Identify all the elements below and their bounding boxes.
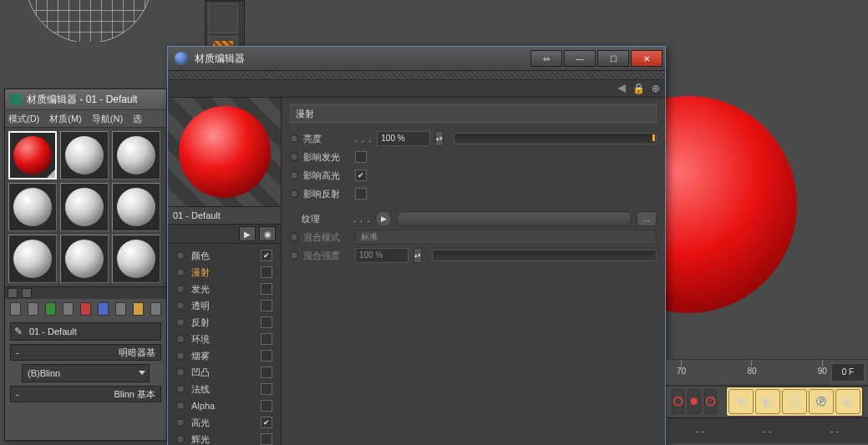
channel-高光[interactable]: 高光	[168, 414, 281, 431]
menu-material[interactable]: 材质(M)	[49, 113, 82, 125]
affect-specular-checkbox[interactable]	[355, 169, 367, 181]
texture-path-field[interactable]	[397, 211, 632, 226]
channel-checkbox[interactable]	[261, 400, 272, 412]
brightness-slider[interactable]	[454, 133, 657, 144]
affect-reflection-checkbox[interactable]	[355, 188, 367, 200]
svg-point-0	[674, 397, 683, 406]
channel-checkbox[interactable]	[261, 350, 272, 362]
material-slot-7[interactable]	[8, 235, 57, 283]
channel-label: 烟雾	[191, 350, 210, 362]
autokey-button[interactable]: ?	[704, 389, 717, 414]
channel-label: 颜色	[191, 250, 210, 262]
channel-环境[interactable]: 环境	[168, 331, 281, 347]
menu-navigate[interactable]: 导航(N)	[92, 113, 123, 125]
material-name-label[interactable]: 01 - Default	[168, 207, 281, 225]
channel-颜色[interactable]: 颜色	[168, 247, 281, 264]
c4d-titlebar[interactable]: 材质编辑器 ⇔ — ☐ ✕	[168, 47, 665, 71]
material-slot-3[interactable]	[112, 131, 160, 180]
nav-right-button[interactable]: ▶	[239, 226, 256, 241]
channel-checkbox[interactable]	[261, 300, 272, 311]
slot-scrollbar[interactable]	[5, 286, 166, 299]
blend-strength-spinner[interactable]: ▴▾	[414, 248, 422, 263]
move-button[interactable]: ✥	[728, 389, 754, 414]
brightness-value[interactable]: 100 %	[377, 131, 430, 146]
grip-handle[interactable]	[168, 71, 665, 80]
rotate-button[interactable]: ◧	[755, 389, 780, 414]
nav-arrow-row: ▶ ◉	[168, 225, 281, 244]
tool-icon[interactable]	[45, 302, 56, 316]
transform-group: ✥ ◧ ◯ Ⓟ ◐	[726, 387, 863, 417]
material-name-input[interactable]	[26, 326, 160, 336]
material-slot-5[interactable]	[60, 183, 109, 231]
material-slot-4[interactable]	[8, 183, 57, 231]
param-button[interactable]: Ⓟ	[809, 389, 834, 414]
channel-漫射[interactable]: 漫射	[168, 264, 281, 281]
blend-mode-dropdown[interactable]: 标准	[355, 230, 657, 245]
texture-picker-button[interactable]: ▶	[375, 210, 392, 227]
affect-luminance-checkbox[interactable]	[355, 151, 367, 163]
window-minimize-button[interactable]: —	[564, 50, 596, 67]
channel-checkbox[interactable]	[261, 383, 272, 395]
scale-button[interactable]: ◯	[782, 389, 807, 414]
blend-strength-value[interactable]: 100 %	[355, 248, 409, 263]
channel-Alpha[interactable]: Alpha	[168, 397, 281, 414]
channel-透明[interactable]: 透明	[168, 297, 281, 314]
channel-发光[interactable]: 发光	[168, 281, 281, 297]
channel-反射[interactable]: 反射	[168, 314, 281, 331]
tool-icon[interactable]	[98, 302, 109, 316]
channel-checkbox[interactable]	[261, 333, 272, 345]
window-help-button[interactable]: ⇔	[530, 50, 562, 67]
channel-烟雾[interactable]: 烟雾	[168, 347, 281, 364]
brightness-spinner[interactable]: ▴▾	[435, 131, 444, 146]
channel-checkbox[interactable]	[261, 433, 272, 445]
channel-checkbox[interactable]	[261, 316, 272, 328]
material-slot-8[interactable]	[60, 235, 109, 283]
material-slot-6[interactable]	[112, 183, 160, 231]
channel-checkbox[interactable]	[261, 250, 272, 261]
lock-icon[interactable]: 🔒	[632, 83, 645, 94]
tool-icon[interactable]	[28, 302, 38, 316]
channel-checkbox[interactable]	[261, 266, 272, 278]
material-name-field[interactable]: ✎	[10, 322, 161, 341]
window-maximize-button[interactable]: ☐	[597, 50, 629, 67]
channel-dot-icon	[176, 435, 185, 443]
tool-icon[interactable]	[133, 302, 144, 316]
timeline-ruler[interactable]: 708090 0 F	[667, 359, 868, 386]
material-slot-2[interactable]	[60, 131, 109, 180]
blend-strength-slider[interactable]	[432, 250, 657, 261]
material-preview-ball	[117, 240, 155, 278]
channel-checkbox[interactable]	[261, 367, 272, 378]
texture-browse-button[interactable]: ...	[637, 211, 657, 226]
material-slot-1[interactable]	[8, 131, 57, 180]
tool-icon[interactable]	[63, 302, 74, 316]
status-a: - -	[667, 426, 733, 436]
shader-section-header[interactable]: -明暗器基	[10, 344, 161, 361]
toolbar-slot[interactable]	[208, 3, 238, 33]
tool-icon[interactable]	[10, 302, 21, 316]
channel-凹凸[interactable]: 凹凸	[168, 364, 281, 381]
key-button[interactable]	[688, 389, 700, 414]
anim-button[interactable]: ◐	[835, 389, 860, 414]
tool-icon[interactable]	[150, 302, 161, 316]
tool-icon[interactable]	[115, 302, 126, 316]
menu-mode[interactable]: 模式(D)	[8, 113, 39, 125]
material-preview[interactable]	[168, 98, 281, 207]
new-tab-icon[interactable]: ⊕	[652, 83, 660, 94]
material-preview-ball	[65, 136, 104, 174]
tool-icon-delete[interactable]	[80, 302, 91, 316]
shader-dropdown[interactable]: (B)Blinn	[22, 364, 150, 382]
channel-法线[interactable]: 法线	[168, 381, 281, 397]
max-window-titlebar[interactable]: 材质编辑器 - 01 - Default	[5, 89, 166, 110]
c4d-window-title: 材质编辑器	[195, 52, 530, 66]
material-slot-9[interactable]	[112, 235, 160, 283]
nav-target-button[interactable]: ◉	[259, 226, 276, 241]
channel-checkbox[interactable]	[261, 283, 272, 295]
channel-辉光[interactable]: 辉光	[168, 431, 281, 445]
menu-select[interactable]: 选	[133, 113, 142, 125]
channel-checkbox[interactable]	[261, 417, 272, 428]
record-button[interactable]	[672, 389, 684, 414]
back-arrow-icon[interactable]	[617, 84, 626, 93]
blend-mode-label: 混合模式	[303, 231, 350, 244]
params-section-header[interactable]: -Blinn 基本	[10, 386, 161, 402]
window-close-button[interactable]: ✕	[631, 50, 662, 67]
